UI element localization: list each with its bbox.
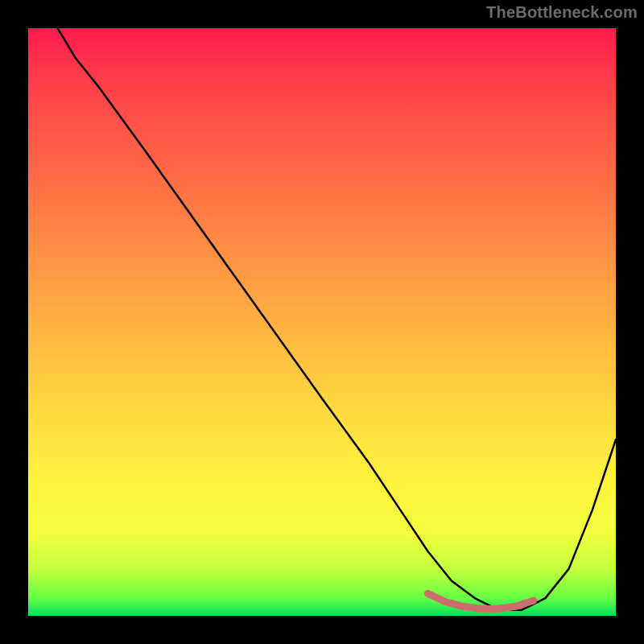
watermark-text: TheBottleneck.com bbox=[486, 3, 638, 22]
chart-frame: TheBottleneck.com bbox=[0, 0, 644, 644]
curve-overlay bbox=[28, 28, 616, 616]
plot-area bbox=[28, 28, 616, 616]
bottleneck-curve-path bbox=[58, 28, 617, 610]
